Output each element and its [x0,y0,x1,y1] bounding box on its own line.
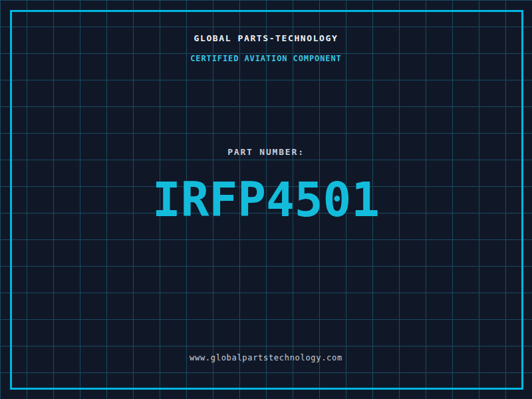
part-number-label: PART NUMBER: [0,146,532,158]
website-url: www.globalpartstechnology.com [0,352,532,364]
part-number-value: IRFP4501 [0,172,532,227]
brand-subtitle: CERTIFIED AVIATION COMPONENT [0,53,532,65]
brand-title: GLOBAL PARTS-TECHNOLOGY [0,33,532,45]
